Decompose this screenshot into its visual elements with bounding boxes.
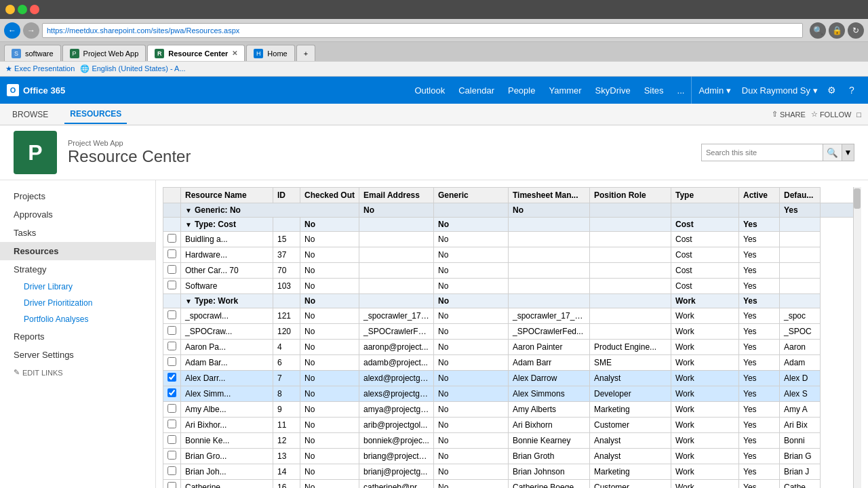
data-checkbox-cell[interactable] xyxy=(163,308,181,324)
data-checkbox-cell[interactable] xyxy=(163,232,181,247)
col-header-id[interactable]: ID xyxy=(273,188,300,203)
row-checkbox[interactable] xyxy=(167,357,176,366)
user-display[interactable]: Dux Raymond Sy ▾ xyxy=(738,85,822,96)
col-header-position[interactable]: Position Role xyxy=(590,188,671,203)
data-checkbox-cell[interactable] xyxy=(163,418,181,433)
sidebar-item-strategy[interactable]: Strategy xyxy=(0,260,155,279)
data-checkedout-cell: No xyxy=(300,449,359,464)
col-header-checkbox[interactable] xyxy=(163,188,181,203)
row-checkbox[interactable] xyxy=(167,342,176,350)
col-header-generic[interactable]: Generic xyxy=(434,188,509,203)
nav-outlook[interactable]: Outlook xyxy=(408,77,452,104)
follow-button[interactable]: ☆ FOLLOW xyxy=(811,110,851,119)
col-header-checkedout[interactable]: Checked Out xyxy=(300,188,359,203)
back-button[interactable]: ← xyxy=(4,22,20,39)
data-type-cell: Work xyxy=(671,340,739,355)
office365-logo[interactable]: O Office 365 xyxy=(7,84,65,96)
data-checkbox-cell[interactable] xyxy=(163,279,181,294)
table-row: Amy Albe... 9 No amya@projectgo... No Am… xyxy=(163,402,861,418)
row-checkbox[interactable] xyxy=(167,420,176,428)
subgroup-email xyxy=(359,218,434,232)
col-header-active[interactable]: Active xyxy=(739,188,780,203)
sidebar-item-tasks[interactable]: Tasks xyxy=(0,224,155,242)
row-checkbox[interactable] xyxy=(167,451,176,460)
data-checkbox-cell[interactable] xyxy=(163,371,181,386)
tab-home[interactable]: H Home xyxy=(246,45,294,61)
row-checkbox[interactable] xyxy=(167,482,176,488)
col-header-type[interactable]: Type xyxy=(671,188,739,203)
address-bar[interactable]: https://meetdux.sharepoint.com/sites/pwa… xyxy=(42,23,803,38)
sidebar-item-reports[interactable]: Reports xyxy=(0,327,155,346)
ribbon-tab-browse[interactable]: BROWSE xyxy=(7,106,54,123)
sidebar-item-resources[interactable]: Resources xyxy=(0,242,155,260)
fav-english[interactable]: 🌐 English (United States) - A... xyxy=(80,64,185,73)
row-checkbox[interactable] xyxy=(167,234,176,243)
data-checkbox-cell[interactable] xyxy=(163,433,181,449)
row-checkbox[interactable] xyxy=(167,435,176,444)
data-checkbox-cell[interactable] xyxy=(163,386,181,402)
row-checkbox[interactable] xyxy=(167,310,176,319)
col-header-email[interactable]: Email Address xyxy=(359,188,434,203)
data-checkbox-cell[interactable] xyxy=(163,263,181,279)
row-checkbox[interactable] xyxy=(167,249,176,258)
data-checkbox-cell[interactable] xyxy=(163,355,181,371)
row-checkbox[interactable] xyxy=(167,404,176,413)
nav-calendar[interactable]: Calendar xyxy=(452,77,501,104)
row-checkbox[interactable] xyxy=(167,281,176,289)
nav-yammer[interactable]: Yammer xyxy=(542,77,588,104)
data-checkbox-cell[interactable] xyxy=(163,324,181,340)
row-checkbox[interactable] xyxy=(167,388,176,397)
nav-admin[interactable]: Admin ▾ xyxy=(691,77,737,104)
app-logo: P xyxy=(14,131,57,174)
search-dropdown-icon[interactable]: ▼ xyxy=(842,144,854,161)
tab-software[interactable]: S software xyxy=(4,45,61,61)
scrollbar[interactable] xyxy=(853,187,861,488)
data-checkbox-cell[interactable] xyxy=(163,480,181,489)
nav-skydrive[interactable]: SkyDrive xyxy=(589,77,637,104)
row-checkbox[interactable] xyxy=(167,373,176,382)
col-header-default[interactable]: Defau... xyxy=(780,188,821,203)
col-header-timesheet[interactable]: Timesheet Man... xyxy=(509,188,590,203)
sidebar-item-projects[interactable]: Projects xyxy=(0,187,155,205)
sidebar-item-portfolio-analyses[interactable]: Portfolio Analyses xyxy=(0,311,155,327)
nav-people[interactable]: People xyxy=(501,77,542,104)
nav-sites[interactable]: Sites xyxy=(637,77,671,104)
data-checkbox-cell[interactable] xyxy=(163,247,181,263)
row-checkbox[interactable] xyxy=(167,326,176,335)
nav-more[interactable]: ... xyxy=(671,77,692,104)
help-icon[interactable]: ? xyxy=(842,81,861,100)
close-button[interactable] xyxy=(30,5,39,14)
data-timesheet-cell: _spocrawler_17_s... xyxy=(509,308,590,324)
minimize-button[interactable] xyxy=(5,5,15,14)
forward-button[interactable]: → xyxy=(23,22,39,39)
focus-button[interactable]: □ xyxy=(856,110,861,119)
data-checkbox-cell[interactable] xyxy=(163,402,181,418)
edit-links-button[interactable]: ✎ EDIT LINKS xyxy=(0,364,155,381)
tab-close-icon[interactable]: ✕ xyxy=(232,49,237,57)
row-checkbox[interactable] xyxy=(167,466,176,475)
maximize-button[interactable] xyxy=(18,5,27,14)
scrollbar-thumb[interactable] xyxy=(854,188,861,209)
tab-project-web-app[interactable]: P Project Web App xyxy=(62,45,146,61)
search-icon[interactable]: 🔍 xyxy=(810,22,826,39)
search-button[interactable]: 🔍 xyxy=(823,144,842,161)
col-header-name[interactable]: Resource Name xyxy=(181,188,273,203)
tab-new[interactable]: + xyxy=(296,45,315,61)
data-checkbox-cell[interactable] xyxy=(163,464,181,480)
search-input[interactable] xyxy=(701,144,823,161)
sidebar-item-approvals[interactable]: Approvals xyxy=(0,205,155,224)
fav-exec[interactable]: ★ Exec Presentation xyxy=(5,64,75,73)
data-checkbox-cell[interactable] xyxy=(163,340,181,355)
sidebar-item-driver-library[interactable]: Driver Library xyxy=(0,279,155,295)
window-controls[interactable] xyxy=(5,5,39,14)
row-checkbox[interactable] xyxy=(167,265,176,274)
sidebar-item-server-settings[interactable]: Server Settings xyxy=(0,346,155,364)
tab-resource-center[interactable]: R Resource Center ✕ xyxy=(147,45,245,61)
settings-icon[interactable]: ⚙ xyxy=(822,81,841,100)
ribbon-tab-resources[interactable]: RESOURCES xyxy=(64,105,127,124)
data-checkbox-cell[interactable] xyxy=(163,449,181,464)
data-checkedout-cell: No xyxy=(300,263,359,279)
sidebar-item-driver-prioritization[interactable]: Driver Prioritization xyxy=(0,295,155,311)
share-button[interactable]: ⇧ SHARE xyxy=(772,110,806,119)
refresh-icon[interactable]: ↻ xyxy=(848,22,864,39)
